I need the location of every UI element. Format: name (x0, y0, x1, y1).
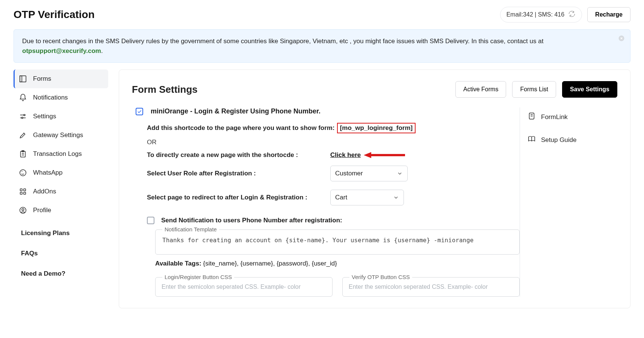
sidebar-item-licensing[interactable]: Licensing Plans (14, 224, 108, 242)
notify-label: Send Notification to users Phone Number … (161, 217, 342, 224)
clipboard-icon (19, 150, 27, 158)
pencil-icon (19, 131, 27, 139)
svg-point-13 (22, 208, 24, 211)
login-css-field[interactable]: Login/Register Button CSS Enter the semi… (155, 277, 333, 297)
formlink-label: FormLink (541, 113, 568, 121)
sidebar-item-logs[interactable]: Transaction Logs (14, 145, 108, 163)
setup-guide-link[interactable]: Setup Guide (528, 132, 617, 155)
svg-rect-11 (24, 192, 26, 194)
verify-css-field[interactable]: Verify OTP Button CSS Enter the semicolo… (342, 277, 520, 297)
click-here-link[interactable]: Click here (330, 151, 361, 159)
recharge-button[interactable]: Recharge (587, 7, 630, 22)
sidebar-item-profile[interactable]: Profile (14, 201, 108, 220)
grid-icon (19, 187, 27, 196)
sidebar-item-label: Gateway Settings (33, 131, 83, 139)
sidebar-item-notifications[interactable]: Notifications (14, 88, 108, 107)
user-icon (19, 206, 27, 214)
notify-checkbox[interactable] (147, 217, 154, 224)
sidebar-item-addons[interactable]: AddOns (14, 182, 108, 201)
notification-template-field[interactable]: Notification Template Thanks for creatin… (155, 229, 520, 255)
setup-guide-label: Setup Guide (541, 136, 577, 144)
document-icon (528, 112, 536, 122)
quota-text: Email:342 | SMS: 416 (506, 11, 564, 18)
verify-css-placeholder: Enter the semicolon seperated CSS. Examp… (349, 284, 513, 290)
sliders-icon (19, 112, 27, 121)
active-forms-button[interactable]: Active Forms (455, 81, 506, 98)
sidebar: Forms Notifications Settings Gateway Set… (14, 69, 108, 283)
form-title: miniOrange - Login & Register Using Phon… (151, 107, 320, 115)
close-icon[interactable] (618, 35, 625, 45)
notice-email-link[interactable]: otpsupport@xecurify.com (22, 47, 101, 54)
svg-rect-2 (20, 76, 22, 82)
save-settings-button[interactable]: Save Settings (562, 81, 617, 98)
refresh-icon[interactable] (568, 10, 576, 19)
arrow-left-icon (363, 152, 405, 158)
forms-list-button[interactable]: Forms List (512, 81, 556, 98)
chevron-down-icon (397, 171, 403, 177)
shortcode-label: Add this shortcode to the page where you… (147, 124, 335, 132)
svg-point-4 (21, 117, 23, 119)
sidebar-item-demo[interactable]: Need a Demo? (14, 265, 108, 283)
role-label: Select User Role after Registration : (147, 170, 330, 177)
notice-period: . (101, 47, 103, 54)
svg-point-7 (20, 170, 26, 176)
book-icon (528, 135, 536, 145)
sidebar-item-label: WhatsApp (33, 169, 62, 177)
notice-banner: Due to recent changes in the SMS Deliver… (14, 29, 630, 63)
form-enabled-checkbox[interactable] (136, 108, 143, 115)
forms-icon (19, 75, 27, 83)
page-title: OTP Verification (14, 9, 95, 21)
main-heading: Form Settings (132, 84, 198, 95)
sidebar-item-label: Notifications (33, 94, 68, 101)
sidebar-item-label: AddOns (33, 188, 56, 195)
sidebar-item-label: Profile (33, 207, 51, 214)
sidebar-item-faqs[interactable]: FAQs (14, 244, 108, 263)
svg-rect-8 (20, 189, 23, 191)
chevron-down-icon (393, 195, 399, 201)
bell-icon (19, 94, 27, 102)
or-text: OR (147, 139, 520, 146)
notice-text: Due to recent changes in the SMS Deliver… (22, 38, 543, 45)
role-value: Customer (335, 170, 363, 177)
login-css-legend: Login/Register Button CSS (162, 274, 234, 280)
tags-value: {site_name}, {username}, {password}, {us… (203, 260, 337, 267)
quota-pill: Email:342 | SMS: 416 (500, 7, 582, 23)
create-page-label: To directly create a new page with the s… (147, 151, 330, 159)
sidebar-item-label: Transaction Logs (33, 150, 82, 158)
formlink-link[interactable]: FormLink (528, 109, 617, 132)
whatsapp-icon (19, 169, 27, 177)
svg-point-3 (24, 115, 25, 116)
sidebar-item-gateway[interactable]: Gateway Settings (14, 126, 108, 145)
redirect-value: Cart (335, 194, 347, 201)
template-value: Thanks for creating an account on {site-… (162, 237, 512, 244)
role-select[interactable]: Customer (330, 166, 408, 181)
sidebar-item-forms[interactable]: Forms (14, 69, 108, 88)
sidebar-item-label: Forms (33, 75, 51, 83)
template-legend: Notification Template (162, 226, 219, 232)
redirect-label: Select page to redirect to after Login &… (147, 194, 330, 201)
sidebar-item-settings[interactable]: Settings (14, 107, 108, 126)
main-panel: Form Settings Active Forms Forms List Sa… (119, 69, 630, 308)
sidebar-item-whatsapp[interactable]: WhatsApp (14, 163, 108, 182)
verify-css-legend: Verify OTP Button CSS (349, 274, 412, 280)
tags-label: Available Tags: (155, 260, 203, 267)
redirect-select[interactable]: Cart (330, 190, 404, 205)
login-css-placeholder: Enter the semicolon seperated CSS. Examp… (162, 284, 326, 290)
svg-rect-9 (24, 189, 26, 191)
svg-rect-10 (20, 192, 23, 194)
svg-rect-1 (20, 76, 26, 82)
sidebar-item-label: Settings (33, 113, 56, 120)
shortcode-value[interactable]: [mo_wp_loginreg_form] (337, 123, 416, 133)
